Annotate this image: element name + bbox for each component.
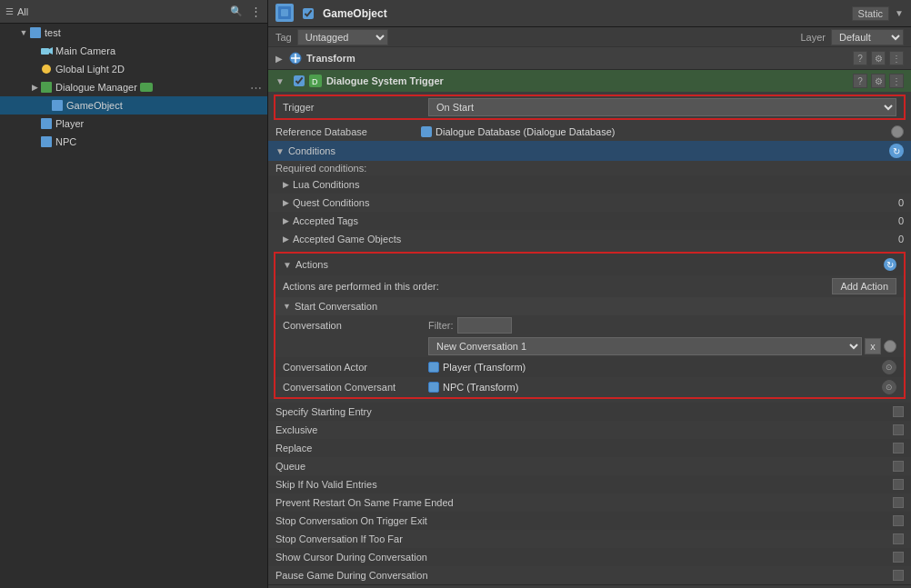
accepted-tags-row[interactable]: ▶ Accepted Tags 0 [268, 212, 911, 230]
conversation-name-dropdown[interactable]: New Conversation 1 [428, 337, 862, 355]
light-icon [40, 63, 53, 75]
player-icon [40, 117, 53, 130]
add-action-button[interactable]: Add Action [832, 278, 896, 294]
svg-rect-10 [281, 9, 288, 16]
queue-row: Queue [268, 457, 911, 475]
hierarchy-item-main-camera[interactable]: ▶ Main Camera [0, 42, 267, 60]
transform-menu-btn[interactable]: ⋮ [889, 51, 904, 65]
quest-label: Quest Conditions [293, 197, 886, 208]
actions-title: Actions [295, 259, 884, 270]
dialogue-settings-btn[interactable]: ⚙ [871, 74, 886, 88]
actions-performed-row: Actions are performed in this order: Add… [275, 275, 904, 297]
dialogue-trigger-header[interactable]: ▼ D Dialogue System Trigger ? ⚙ ⋮ [268, 70, 911, 92]
hierarchy-item-camera-label: Main Camera [55, 45, 115, 56]
dialogue-trigger-arrow: ▼ [275, 76, 285, 86]
stop-trigger-exit-checkbox[interactable] [893, 515, 904, 526]
tags-arrow: ▶ [283, 216, 289, 225]
exclusive-label: Exclusive [275, 424, 893, 435]
accepted-tags-label: Accepted Tags [293, 215, 886, 226]
static-dropdown-arrow[interactable]: ▼ [895, 8, 904, 18]
expand-arrow-test: ▼ [18, 27, 29, 38]
ref-target-btn[interactable] [891, 125, 904, 138]
actor-badge-icon [428, 362, 439, 373]
start-conversation-header[interactable]: ▼ Start Conversation [275, 297, 904, 315]
inspector-panel: GameObject Static ▼ Tag Untagged Layer D… [268, 0, 911, 588]
stop-trigger-exit-label: Stop Conversation On Trigger Exit [275, 515, 893, 526]
hierarchy-item-player[interactable]: ▶ Player [0, 115, 267, 133]
dialogue-trigger-actions: ? ⚙ ⋮ [853, 74, 904, 88]
specify-entry-row: Specify Starting Entry [268, 403, 911, 421]
accepted-objects-row[interactable]: ▶ Accepted Game Objects 0 [268, 230, 911, 248]
layer-label: Layer [800, 32, 826, 43]
dialogue-trigger-title: Dialogue System Trigger [326, 75, 853, 86]
hierarchy-item-test[interactable]: ▼ test [0, 24, 267, 42]
pause-game-label: Pause Game During Conversation [275, 570, 893, 581]
replace-checkbox[interactable] [893, 443, 904, 453]
hierarchy-item-global-light[interactable]: ▶ Global Light 2D [0, 60, 267, 78]
exclusive-row: Exclusive [268, 421, 911, 439]
transform-title: Transform [306, 53, 853, 64]
prevent-restart-checkbox[interactable] [893, 497, 904, 508]
skip-checkbox[interactable] [893, 479, 904, 490]
lua-arrow: ▶ [283, 180, 289, 189]
transform-header[interactable]: ▶ Transform ? ⚙ ⋮ [268, 47, 911, 69]
specify-entry-checkbox[interactable] [893, 406, 904, 417]
pause-game-checkbox[interactable] [893, 570, 904, 581]
hierarchy-item-dialogue-manager[interactable]: ▶ Dialogue Manager ⋯ [0, 78, 267, 96]
conversant-text: NPC (Transform) [443, 382, 518, 393]
dialogue-help-btn[interactable]: ? [853, 74, 867, 88]
conditions-header[interactable]: ▼ Conditions ↻ [268, 141, 911, 161]
dialogue-menu-btn[interactable]: ⋮ [889, 74, 904, 88]
filter-input[interactable] [457, 317, 512, 334]
ref-db-label: Reference Database [275, 126, 421, 137]
svg-rect-5 [52, 100, 63, 111]
transform-settings-btn[interactable]: ⚙ [871, 51, 886, 65]
actions-cycle-btn[interactable]: ↻ [884, 258, 896, 271]
actions-header[interactable]: ▼ Actions ↻ [275, 254, 904, 275]
show-cursor-checkbox[interactable] [893, 552, 904, 563]
hierarchy-item-go-label: GameObject [66, 100, 123, 111]
layer-dropdown[interactable]: Default [831, 29, 904, 45]
hierarchy-header: ☰ All 🔍 ⋮ [0, 0, 267, 24]
transform-icon [288, 51, 303, 65]
conversation-row: Conversation Filter: [275, 315, 904, 335]
actor-label: Conversation Actor [283, 362, 428, 373]
hierarchy-title: All [17, 6, 226, 17]
stop-trigger-exit-row: Stop Conversation On Trigger Exit [268, 512, 911, 530]
actions-section: ▼ Actions ↻ Actions are performed in thi… [274, 252, 906, 399]
actor-text: Player (Transform) [443, 362, 526, 373]
svg-rect-6 [41, 118, 52, 129]
stop-too-far-label: Stop Conversation If Too Far [275, 533, 893, 544]
stop-too-far-checkbox[interactable] [893, 533, 904, 544]
hierarchy-item-dialogue-label: Dialogue Manager [55, 82, 137, 93]
accepted-objects-count: 0 [886, 234, 904, 244]
required-conditions-label: Required conditions: [268, 161, 911, 175]
quest-conditions-row[interactable]: ▶ Quest Conditions 0 [268, 194, 911, 212]
dialogue-menu-icon[interactable]: ⋯ [250, 81, 267, 95]
lua-label: Lua Conditions [293, 179, 904, 190]
hierarchy-menu-icon[interactable]: ⋮ [250, 5, 262, 18]
tag-label: Tag [275, 32, 292, 43]
transform-help-btn[interactable]: ? [853, 51, 867, 65]
gameobject-active-checkbox[interactable] [303, 8, 314, 19]
hierarchy-search-icon[interactable]: 🔍 [230, 5, 243, 17]
tag-layer-row: Tag Untagged Layer Default [268, 27, 911, 47]
conditions-cycle-btn[interactable]: ↻ [889, 144, 904, 158]
conversant-target-btn[interactable]: ⊙ [882, 380, 896, 394]
lua-conditions-row[interactable]: ▶ Lua Conditions [268, 175, 911, 194]
actor-target-btn[interactable]: ⊙ [882, 360, 896, 374]
hierarchy-item-npc[interactable]: ▶ NPC [0, 133, 267, 151]
static-button[interactable]: Static [852, 6, 890, 21]
exclusive-checkbox[interactable] [893, 424, 904, 435]
test-icon [29, 26, 42, 39]
trigger-dropdown[interactable]: On Start [428, 98, 896, 116]
dialogue-trigger-checkbox[interactable] [294, 75, 305, 86]
select-conversation-btn[interactable] [884, 340, 896, 353]
show-cursor-row: Show Cursor During Conversation [268, 548, 911, 566]
reference-db-row: Reference Database Dialogue Database (Di… [268, 123, 911, 141]
svg-rect-7 [41, 136, 52, 147]
clear-conversation-btn[interactable]: x [865, 338, 881, 354]
queue-checkbox[interactable] [893, 461, 904, 472]
hierarchy-item-gameobject[interactable]: ▶ GameObject [0, 96, 267, 115]
tag-dropdown[interactable]: Untagged [297, 29, 388, 45]
